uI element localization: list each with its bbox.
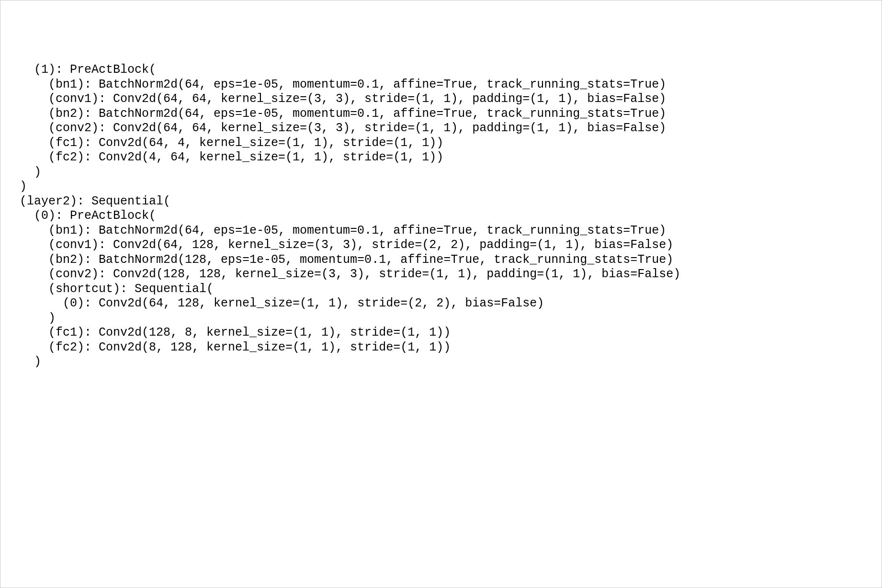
model-architecture-output: (1): PreActBlock( (bn1): BatchNorm2d(64,… <box>5 63 877 370</box>
